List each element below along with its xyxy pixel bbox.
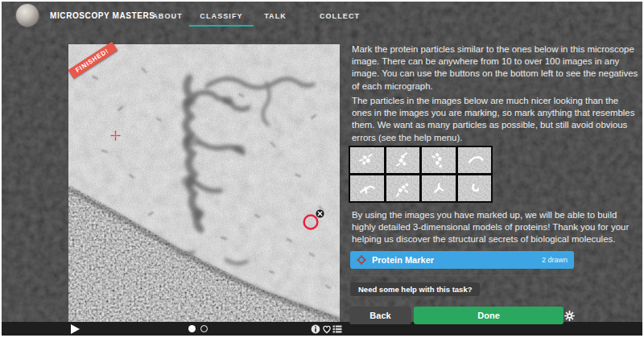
project-avatar[interactable] [16,4,39,27]
slide-dot-outline[interactable] [200,325,208,332]
active-tab-underline [189,25,254,27]
instruction-paragraph-3: By using the images you have marked up, … [352,209,640,246]
micrograph-image[interactable] [68,44,340,322]
play-icon[interactable] [71,324,80,334]
example-particle [458,147,492,173]
panel-divider [350,275,574,276]
slide-dot-filled[interactable] [188,325,196,332]
example-particles-grid [349,146,493,203]
protein-marker-crosshair[interactable] [110,130,121,141]
instruction-paragraph-1: Mark the protein particles similar to th… [352,43,640,93]
example-particle [422,175,456,201]
nav-item-about[interactable]: ABOUT [143,0,192,32]
example-particle [350,175,384,201]
delete-marker-button[interactable] [315,208,325,219]
info-icon[interactable] [311,324,320,334]
back-button[interactable]: Back [349,307,411,324]
project-title[interactable]: MICROSCOPY MASTERS [50,0,155,32]
example-particle [422,147,456,173]
heart-icon[interactable] [322,324,332,334]
gear-icon[interactable] [564,311,575,321]
crosshair-circle-icon [357,255,366,265]
metadata-icon[interactable] [332,324,342,334]
page: MICROSCOPY MASTERS ABOUT CLASSIFY TALK C… [0,0,644,342]
nav-item-talk[interactable]: TALK [259,0,291,32]
help-button[interactable]: Need some help with this task? [350,282,480,296]
marker-drawn-count: 2 drawn [542,256,568,264]
marker-tool-label: Protein Marker [372,255,434,265]
nav-item-classify[interactable]: CLASSIFY [188,0,255,32]
example-particle [386,147,420,173]
micrograph-render [68,44,340,322]
example-particle [350,147,384,173]
example-particle [458,175,492,201]
protein-marker-tool-button[interactable]: Protein Marker 2 drawn [350,251,574,269]
done-button[interactable]: Done [414,307,564,324]
nav-item-collect[interactable]: COLLECT [317,0,362,32]
instruction-paragraph-2: The particles in the images below are mu… [352,95,640,144]
example-particle [386,175,420,201]
